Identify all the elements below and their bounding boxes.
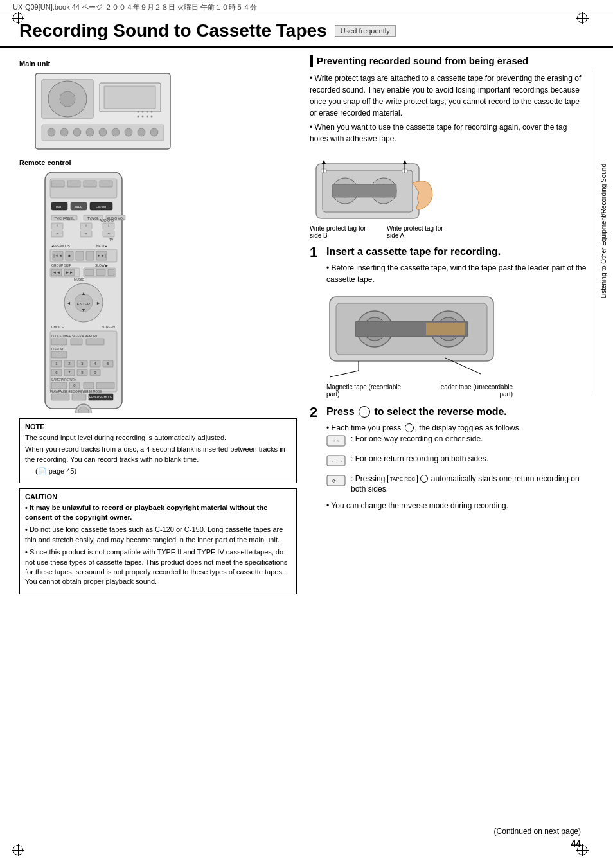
svg-point-8 — [60, 128, 68, 136]
svg-rect-91 — [71, 339, 82, 345]
caution-item-1: • It may be unlawful to record or playba… — [25, 503, 291, 523]
corner-mark-tl — [12, 12, 24, 24]
svg-line-152 — [330, 371, 359, 377]
svg-rect-134 — [332, 184, 396, 197]
two-col-layout: Main unit — [0, 48, 613, 606]
note-title: NOTE — [25, 423, 291, 430]
protect-bullet-1: Write protect tags are attached to a cas… — [310, 73, 587, 119]
svg-text:FM/AM: FM/AM — [96, 205, 106, 209]
corner-mark-bl — [12, 844, 24, 856]
svg-rect-28 — [84, 181, 96, 187]
svg-point-12 — [112, 128, 120, 136]
note-item-1: The sound input level during recording i… — [25, 433, 291, 443]
step-2-final-bullet: • You can change the reverse mode during… — [326, 500, 587, 511]
leader-tape-label: Leader tape (unrecordable part) — [423, 384, 513, 398]
step-2: 2 Press to select the reverse mode. Each… — [310, 405, 587, 512]
svg-text:CAMERA  RETURN: CAMERA RETURN — [51, 378, 76, 382]
svg-rect-117 — [84, 382, 94, 389]
svg-rect-29 — [100, 181, 112, 187]
step-1-body: Before inserting the cassette tape, wind… — [326, 262, 587, 285]
svg-point-23 — [151, 116, 153, 118]
cassette-protect-image: Write protect tag for side B Write prote… — [310, 151, 451, 239]
svg-rect-94 — [51, 351, 67, 358]
svg-text:SCREEN: SCREEN — [102, 325, 115, 329]
cassette-labels: Write protect tag for side B Write prote… — [310, 225, 451, 239]
side-label-text: Listening to Other Equipment/Recording S… — [600, 164, 607, 299]
svg-text:CLOCK/TIMER  SLEEP  A.MEMORY: CLOCK/TIMER SLEEP A.MEMORY — [51, 335, 98, 338]
svg-text:TV: TV — [109, 238, 114, 242]
cassette-protect-area: Write protect tag for side B Write prote… — [310, 151, 587, 239]
svg-text:●PREVIOUS: ●PREVIOUS — [51, 244, 71, 248]
tape-diagram-area: Magnetic tape (recordable part) Leader t… — [326, 290, 587, 398]
note-item-3: (📄 page 45) — [25, 466, 291, 476]
svg-point-3 — [60, 91, 75, 107]
step-1-header: 1 Insert a cassette tape for recording. — [310, 245, 587, 260]
svg-text:►: ► — [96, 301, 101, 305]
cassette-protect-svg — [310, 151, 451, 222]
svg-point-18 — [147, 111, 148, 113]
svg-text:NEXT●: NEXT● — [96, 244, 107, 248]
side-label: Listening to Other Equipment/Recording S… — [594, 71, 613, 392]
section-heading-prevent: Preventing recorded sound from being era… — [310, 55, 587, 67]
svg-text:TAPE: TAPE — [75, 205, 83, 209]
svg-rect-114 — [51, 382, 67, 389]
step-1-number: 1 — [310, 245, 323, 260]
remote-control-image: DVD TAPE FM/AM TV/CHANNEL TV/VOL AUDIO V… — [32, 169, 297, 413]
note-box: NOTE The sound input level during record… — [19, 418, 297, 483]
reverse-mode-item-1: →← : For one-way recording on either sid… — [326, 434, 587, 448]
caution-item-2: • Do not use long cassette tapes such as… — [25, 525, 291, 545]
mode-desc-2: : For one return recording on both sides… — [351, 454, 587, 465]
protect-bullet-2: When you want to use the cassette tape f… — [310, 121, 587, 145]
svg-rect-92 — [86, 339, 104, 345]
tape-diagram-labels: Magnetic tape (recordable part) Leader t… — [326, 384, 513, 398]
step-2-title: Press to select the reverse mode. — [326, 405, 507, 418]
svg-text:▲: ▲ — [82, 291, 86, 296]
svg-text:→←: →← — [330, 438, 342, 444]
svg-text:AUDIO ID: AUDIO ID — [100, 218, 114, 222]
svg-point-7 — [48, 128, 55, 136]
svg-text:MUSIC: MUSIC — [74, 278, 85, 281]
svg-rect-64 — [86, 251, 94, 260]
page-footer: (Continued on next page) 44 — [494, 827, 581, 849]
svg-text:►►: ►► — [66, 270, 73, 274]
svg-text:−: − — [85, 231, 87, 236]
svg-rect-150 — [426, 323, 465, 335]
svg-text:CHOICE: CHOICE — [51, 325, 64, 329]
svg-rect-26 — [51, 181, 64, 187]
mode-desc-3: : Pressing TAPE REC automatically starts… — [351, 474, 587, 495]
svg-point-19 — [151, 111, 153, 113]
mode-icon-1: →← — [326, 435, 346, 448]
mode-desc-1: : For one-way recording on either side. — [351, 434, 587, 445]
tape-diagram-svg — [326, 290, 513, 380]
svg-text:DVD: DVD — [56, 205, 63, 209]
step-1-bullet-1: Before inserting the cassette tape, wind… — [326, 262, 587, 285]
main-unit-label: Main unit — [19, 60, 297, 67]
protect-bullets: Write protect tags are attached to a cas… — [310, 73, 587, 145]
file-info: UX-Q09[UN].book 44 ページ ２００４年９月２８日 火曜日 午前… — [13, 3, 257, 12]
main-unit-svg — [32, 70, 173, 154]
svg-text:TV/VOL: TV/VOL — [87, 217, 99, 220]
svg-marker-140 — [403, 160, 407, 164]
svg-point-17 — [142, 111, 144, 113]
right-column: Preventing recorded sound from being era… — [303, 48, 613, 606]
svg-rect-76 — [96, 269, 105, 276]
svg-rect-90 — [51, 339, 67, 345]
svg-rect-5 — [104, 86, 155, 109]
svg-rect-121 — [72, 394, 86, 400]
svg-text:▼: ▼ — [82, 308, 86, 312]
svg-text:REVERSE MODE: REVERSE MODE — [89, 396, 112, 399]
page-number: 44 — [571, 838, 581, 849]
svg-point-9 — [73, 128, 81, 136]
caution-box: CAUTION • It may be unlawful to record o… — [19, 488, 297, 594]
remote-svg: DVD TAPE FM/AM TV/CHANNEL TV/VOL AUDIO V… — [32, 169, 135, 413]
write-protect-label-a: Write protect tag for side A — [387, 225, 445, 239]
svg-point-14 — [138, 128, 145, 136]
svg-text:−: − — [107, 231, 110, 236]
svg-text:+: + — [56, 224, 58, 228]
caution-title: CAUTION — [25, 493, 291, 500]
svg-text:◄◄: ◄◄ — [53, 270, 60, 274]
section-heading-bar — [310, 55, 313, 67]
svg-point-21 — [142, 116, 144, 118]
corner-mark-tr — [576, 12, 589, 24]
svg-text:GROUP SKIP: GROUP SKIP — [51, 263, 72, 267]
